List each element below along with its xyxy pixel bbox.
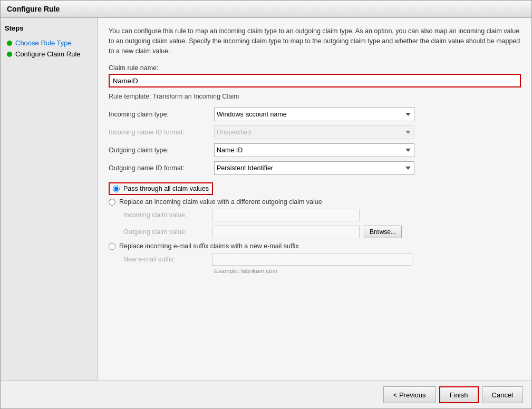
incoming-claim-value-input[interactable] [212,209,360,221]
incoming-claim-type-label: Incoming claim type: [109,111,214,118]
outgoing-name-id-format-row: Outgoing name ID format: Persistent Iden… [109,161,521,175]
sidebar-item-label-1: Choose Rule Type [15,39,72,47]
previous-button[interactable]: < Previous [383,386,436,403]
incoming-name-id-format-row: Incoming name ID format: Unspecified [109,125,521,139]
outgoing-claim-type-label: Outgoing claim type: [109,147,214,154]
radio-replace-email-label[interactable]: Replace incoming e-mail suffix claims wi… [119,242,299,250]
outgoing-claim-value-row: Outgoing claim value: Browse... [123,226,521,238]
radio-pass-through-label[interactable]: Pass through all claim values [123,185,209,192]
radio-replace-incoming-label[interactable]: Replace an incoming claim value with a d… [119,198,322,206]
step-dot-2 [7,52,12,57]
radio-pass-through-input[interactable] [113,186,120,192]
radio-replace-email-option: Replace incoming e-mail suffix claims wi… [109,242,521,250]
outgoing-claim-value-input[interactable] [212,226,360,238]
incoming-claim-type-select[interactable]: Windows account name [214,108,414,121]
dialog-body: Steps Choose Rule Type Configure Claim R… [1,18,531,381]
radio-section: Pass through all claim values Replace an… [109,182,521,274]
outgoing-claim-type-row: Outgoing claim type: Name ID [109,143,521,157]
example-text: Example: fabrikam.com [214,268,521,274]
sidebar-title: Steps [5,24,93,32]
radio-replace-incoming-input[interactable] [109,199,115,206]
incoming-claim-value-row: Incoming claim value: [123,209,521,221]
dialog-footer: < Previous Finish Cancel [1,381,531,408]
sidebar: Steps Choose Rule Type Configure Claim R… [1,18,98,381]
claim-rule-name-input[interactable] [109,74,521,87]
outgoing-claim-type-select[interactable]: Name ID [214,143,414,157]
rule-template-text: Rule template: Transform an Incoming Cla… [109,93,521,100]
new-email-suffix-label: New e-mail suffix: [123,256,208,263]
new-email-suffix-input[interactable] [212,253,412,266]
radio-pass-through-option: Pass through all claim values [109,182,521,195]
new-email-suffix-row: New e-mail suffix: [123,253,521,266]
claim-rule-name-group: Claim rule name: [109,64,521,87]
sidebar-item-choose-rule-type[interactable]: Choose Rule Type [5,37,93,48]
sidebar-item-configure-claim-rule[interactable]: Configure Claim Rule [5,48,93,60]
cancel-button[interactable]: Cancel [482,386,523,403]
incoming-claim-value-label: Incoming claim value: [123,211,208,219]
radio-replace-incoming-option: Replace an incoming claim value with a d… [109,198,521,206]
description-text: You can configure this rule to map an in… [109,26,521,56]
finish-button[interactable]: Finish [439,386,479,403]
outgoing-name-id-format-select[interactable]: Persistent Identifier [214,161,414,175]
radio-pass-through-highlight: Pass through all claim values [109,182,213,195]
dialog-title: Configure Rule [1,1,531,18]
claim-rule-name-label: Claim rule name: [109,64,521,72]
incoming-claim-type-row: Incoming claim type: Windows account nam… [109,108,521,121]
sidebar-item-label-2: Configure Claim Rule [15,50,81,58]
outgoing-name-id-format-label: Outgoing name ID format: [109,164,214,172]
incoming-name-id-format-label: Incoming name ID format: [109,129,214,136]
main-content: You can configure this rule to map an in… [98,18,531,381]
step-dot-1 [7,41,12,46]
outgoing-claim-value-label: Outgoing claim value: [123,228,208,236]
browse-button[interactable]: Browse... [364,226,402,238]
configure-rule-dialog: Configure Rule Steps Choose Rule Type Co… [0,0,532,409]
incoming-name-id-format-select[interactable]: Unspecified [214,125,414,139]
radio-replace-email-input[interactable] [109,243,115,250]
